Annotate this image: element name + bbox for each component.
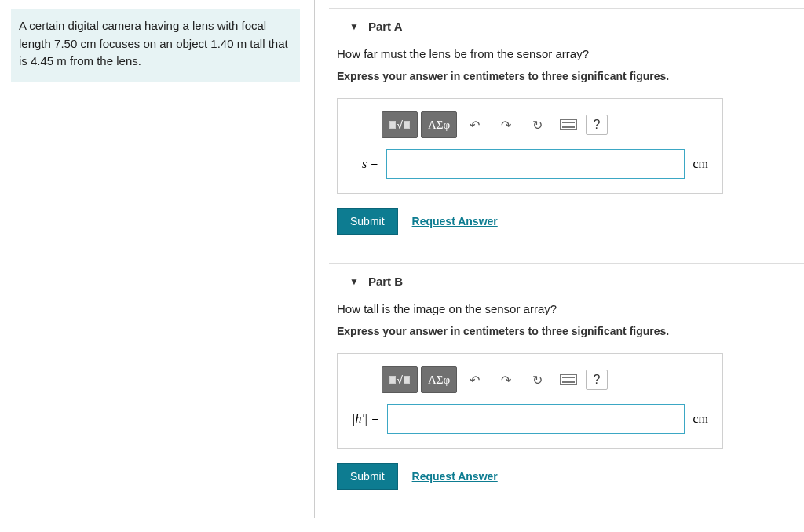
part-b-header[interactable]: ▼ Part B	[349, 275, 804, 288]
toolbar: √ ΑΣφ ↶ ↷ ↻ ?	[382, 366, 708, 393]
part-a-question: How far must the lens be from the sensor…	[337, 47, 804, 60]
part-a: ▼ Part A How far must the lens be from t…	[329, 8, 804, 235]
keyboard-button[interactable]	[554, 112, 583, 137]
unit-label: cm	[693, 412, 708, 426]
math-template-button[interactable]: √	[382, 111, 418, 138]
variable-label: s =	[352, 157, 378, 171]
keyboard-icon	[560, 374, 577, 385]
submit-button[interactable]: Submit	[337, 208, 398, 235]
part-b-title: Part B	[368, 275, 403, 288]
reset-button[interactable]: ↻	[523, 112, 551, 137]
answer-input[interactable]	[386, 149, 685, 179]
greek-symbols-button[interactable]: ΑΣφ	[421, 111, 457, 138]
submit-button[interactable]: Submit	[337, 463, 398, 490]
part-b-question: How tall is the image on the sensor arra…	[337, 302, 804, 315]
redo-button[interactable]: ↷	[492, 112, 520, 137]
reset-button[interactable]: ↻	[523, 367, 551, 392]
divider	[314, 0, 315, 518]
caret-down-icon: ▼	[349, 276, 359, 287]
toolbar: √ ΑΣφ ↶ ↷ ↻ ?	[382, 111, 708, 138]
part-a-instruction: Express your answer in centimeters to th…	[337, 70, 804, 82]
answer-input[interactable]	[387, 404, 685, 434]
help-button[interactable]: ?	[586, 370, 608, 390]
part-a-header[interactable]: ▼ Part A	[349, 20, 804, 33]
keyboard-icon	[560, 119, 577, 130]
caret-down-icon: ▼	[349, 21, 359, 32]
undo-button[interactable]: ↶	[460, 112, 488, 137]
help-button[interactable]: ?	[586, 115, 608, 135]
greek-symbols-button[interactable]: ΑΣφ	[421, 366, 457, 393]
part-b: ▼ Part B How tall is the image on the se…	[329, 263, 804, 490]
unit-label: cm	[693, 157, 708, 171]
problem-statement: A certain digital camera having a lens w…	[11, 9, 300, 82]
math-template-button[interactable]: √	[382, 366, 418, 393]
request-answer-link[interactable]: Request Answer	[412, 215, 498, 228]
part-b-instruction: Express your answer in centimeters to th…	[337, 325, 804, 337]
undo-button[interactable]: ↶	[460, 367, 488, 392]
part-b-answer-box: √ ΑΣφ ↶ ↷ ↻ ? |h'| = cm	[337, 353, 723, 449]
variable-label: |h'| =	[352, 412, 379, 426]
request-answer-link[interactable]: Request Answer	[412, 470, 498, 483]
keyboard-button[interactable]	[554, 367, 583, 392]
redo-button[interactable]: ↷	[492, 367, 520, 392]
part-a-title: Part A	[368, 20, 403, 33]
part-a-answer-box: √ ΑΣφ ↶ ↷ ↻ ? s = cm	[337, 98, 723, 194]
